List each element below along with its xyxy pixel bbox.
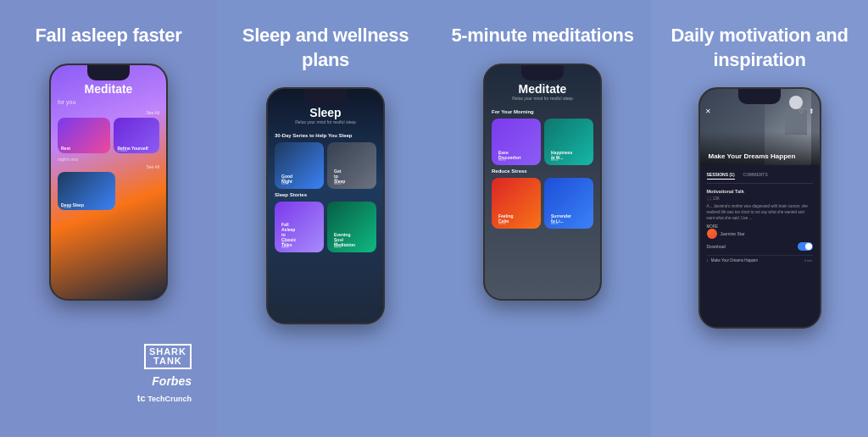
logos-container: SHARKTANK Forbes tc TechCrunch [137,344,192,403]
panel-2-title: Sleep and wellness plans [232,24,419,72]
med-header: Meditate Relax your mind for restful sle… [492,82,593,101]
happiness-card: Happiness at W... 5 mins [544,119,593,165]
see-all-2[interactable]: See All [58,164,159,169]
download-label: Download [707,244,726,249]
phone-2-wrapper: Sleep Relax your mind for restful sleep … [232,87,419,420]
meditate-title: Meditate [58,82,159,96]
download-toggle[interactable] [798,242,813,251]
description-text: A... Jasmine's mother was diagnosed with… [707,204,813,221]
meditate-subtitle: for you [58,99,159,105]
video-action-icons: ♡ ⬆ [798,108,815,115]
series-title: 30-Day Series to Help You Sleep [275,133,376,138]
med-title: Meditate [492,82,593,96]
evening-soul-card: Evening Soul Meditation 15 mins [327,202,376,252]
card-rest-label: Rest [61,146,70,151]
morning-title: For Your Morning [492,109,593,114]
phone-4-wrapper: ✕ ♡ ⬆ Make Your Dreams Happen SESSIONS (… [666,87,853,420]
stress-card-row: Feeling Calm 5 mins Surrender to Li... 5… [492,178,593,229]
sessions-tabs: SESSIONS (1) COMMENTS [707,172,813,184]
author-avatar [707,229,717,239]
panel-motivation: Daily motivation and inspiration ✕ ♡ [651,0,868,437]
story-card-row: Fall Asleep to Classic Tales 30 mins Eve… [275,202,376,252]
good-night-card: Good Night 10 mins [275,142,324,189]
card-refine: Refine Yourself 3 mins [114,118,159,153]
techcrunch-logo: tc TechCrunch [137,393,192,403]
card-refine-mins: 3 mins [117,148,127,152]
motivation-video: ✕ ♡ ⬆ Make Your Dreams Happen [700,89,820,165]
video-title: Make Your Dreams Happen [709,152,796,161]
panel-meditations: 5-minute meditations Meditate Relax your… [434,0,651,437]
fall-asleep-card: Fall Asleep to Classic Tales 30 mins [275,202,324,252]
good-night-mins: 10 mins [281,177,288,185]
see-all-1[interactable]: See All [58,110,159,115]
med-subtitle: Relax your mind for restful sleep [492,96,593,101]
author-name: Jasmine Star [721,231,745,236]
author-row: Jasmine Star [707,229,813,239]
panel-fall-asleep: Fall asleep faster Meditate for you See … [0,0,217,437]
track-number: 1 [707,258,709,263]
evening-soul-mins: 15 mins [334,241,341,249]
morning-card-row: Ease Discomfort 5 mins Happiness at W...… [492,119,593,165]
get-sleep-card: Get to Sleep 15 mins [327,142,376,189]
video-close-button[interactable]: ✕ [705,108,711,115]
phone-3-screen: Meditate Relax your mind for restful sle… [485,65,600,299]
surrender-mins: 5 mins [551,217,558,225]
panel-4-title: Daily motivation and inspiration [666,24,853,72]
sessions-tab[interactable]: SESSIONS (1) [707,172,735,180]
sleep-title: Sleep [275,106,376,119]
phone-4: ✕ ♡ ⬆ Make Your Dreams Happen SESSIONS (… [698,87,821,329]
sleep-subtitle: Relax your mind for restful sleep [275,119,376,124]
phone-1-wrapper: Meditate for you See All Rest Refine You… [15,64,202,420]
card-row-1: Rest Refine Yourself 3 mins [58,118,159,153]
share-icon[interactable]: ⬆ [809,108,815,115]
card-row-2: Deep Sleep 7 mins [58,172,159,210]
night-rest-label: night's rest [58,157,159,162]
motivation-body: SESSIONS (1) COMMENTS Motivational Talk … [700,165,820,269]
happiness-mins: 5 mins [551,153,558,162]
phone-2-screen: Sleep Relax your mind for restful sleep … [268,89,383,323]
panel-1-title: Fall asleep faster [35,24,181,48]
sleep-card-row: Good Night 10 mins Get to Sleep 15 mins [275,142,376,189]
phone-1-screen: Meditate for you See All Rest Refine You… [51,65,166,299]
track-duration: 4 min [804,258,813,263]
track-left: 1 Make Your Dreams Happen [707,258,759,263]
get-sleep-mins: 15 mins [334,177,341,185]
surrender-card: Surrender to Li... 5 mins [544,178,593,229]
card-rest: Rest [58,118,110,153]
phone-2: Sleep Relax your mind for restful sleep … [266,87,385,324]
listen-count: 🎧 13K [707,196,813,201]
shark-tank-logo: SHARKTANK [144,344,192,369]
phone-4-screen: ✕ ♡ ⬆ Make Your Dreams Happen SESSIONS (… [700,89,820,327]
track-item: 1 Make Your Dreams Happen 4 min [707,255,813,263]
fall-asleep-mins: 30 mins [281,241,288,249]
ease-mins: 5 mins [498,153,505,162]
card-deep-sleep: Deep Sleep 7 mins [58,172,115,210]
phone-1: Meditate for you See All Rest Refine You… [49,64,168,301]
ease-card: Ease Discomfort 5 mins [492,119,541,165]
calm-mins: 5 mins [498,217,505,225]
panel-sleep-wellness: Sleep and wellness plans Sleep Relax you… [217,0,434,437]
track-name: Make Your Dreams Happen [711,258,758,263]
video-overlay [700,131,820,165]
stories-title: Sleep Stories [275,192,376,197]
phone-3-wrapper: Meditate Relax your mind for restful sle… [449,64,636,420]
comments-tab[interactable]: COMMENTS [743,172,768,180]
heart-icon[interactable]: ♡ [798,108,804,115]
panel-3-title: 5-minute meditations [451,24,633,48]
phone-3: Meditate Relax your mind for restful sle… [483,64,602,301]
download-row: Download [707,242,813,251]
calm-card: Feeling Calm 5 mins [492,178,541,229]
card-deep-sleep-mins: 7 mins [61,205,71,209]
stress-title: Reduce Stress [492,169,593,174]
talk-label: Motivational Talk [707,189,813,194]
forbes-logo: Forbes [152,374,192,388]
sleep-header: Sleep Relax your mind for restful sleep [275,106,376,124]
